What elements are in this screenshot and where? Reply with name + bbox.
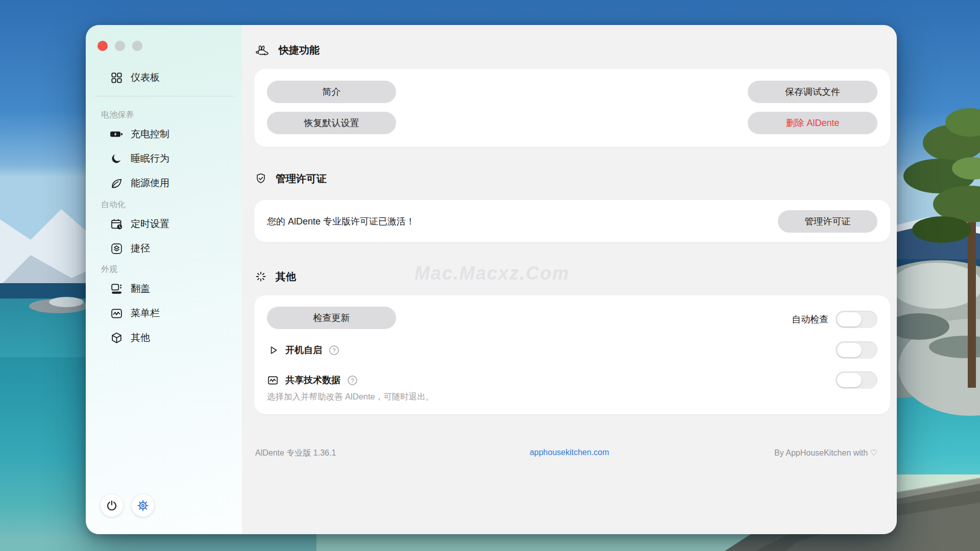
close-button[interactable] [97, 41, 108, 51]
calendar-clock-icon [110, 218, 123, 231]
share-data-label: 共享技术数据 [285, 374, 340, 386]
sidebar-divider [95, 96, 234, 96]
sidebar-item-label: 睡眠行为 [131, 152, 169, 165]
launch-at-login-label: 开机自启 [285, 344, 322, 356]
sidebar-item-schedule[interactable]: 定时设置 [86, 217, 242, 231]
sidebar-section-automation: 自动化 [86, 199, 242, 210]
cube-icon [110, 332, 123, 344]
save-debug-button[interactable]: 保存调试文件 [748, 81, 877, 103]
share-data-toggle[interactable] [836, 371, 877, 389]
activity-window-icon [110, 307, 123, 320]
sidebar-item-label: 翻盖 [131, 282, 150, 295]
sidebar-item-other[interactable]: 其他 [86, 331, 242, 345]
app-window: 仪表板 电池保养 充电控制 睡眠行为 [86, 25, 897, 534]
toggle-knob [837, 312, 862, 327]
sidebar-item-label: 定时设置 [131, 217, 169, 231]
sidebar: 仪表板 电池保养 充电控制 睡眠行为 [86, 25, 242, 534]
analytics-icon [267, 374, 279, 386]
sidebar-item-sleep-behavior[interactable]: 睡眠行为 [86, 152, 242, 166]
auto-check-label: 自动检查 [747, 314, 828, 325]
rabbit-icon [255, 43, 270, 57]
grid-icon [110, 71, 123, 84]
settings-button[interactable] [132, 494, 154, 517]
sidebar-section-appearance: 外观 [86, 264, 242, 274]
section-title: 其他 [276, 270, 296, 284]
license-status-text: 您的 AlDente 专业版许可证已激活！ [267, 215, 415, 228]
quit-button[interactable] [101, 494, 123, 517]
manage-license-button[interactable]: 管理许可证 [778, 210, 877, 233]
restore-defaults-button[interactable]: 恢复默认设置 [267, 112, 396, 134]
sidebar-item-shortcuts[interactable]: 捷径 [86, 241, 242, 256]
traffic-lights [86, 25, 242, 51]
sidebar-item-label: 充电控制 [131, 128, 169, 141]
help-icon[interactable]: ? [329, 345, 339, 356]
toggle-knob [837, 343, 862, 357]
delete-aldente-button[interactable]: 删除 AlDente [748, 112, 877, 134]
launch-at-login-row: 开机自启 ? [268, 344, 339, 356]
svg-text:?: ? [332, 347, 335, 353]
watermark: Mac.Macxz.Com [405, 263, 579, 284]
footer: AlDente 专业版 1.36.1 apphousekitchen.com B… [242, 448, 897, 459]
quick-functions-card: 简介 保存调试文件 恢复默认设置 删除 AlDente [254, 69, 890, 147]
sidebar-item-label: 菜单栏 [131, 307, 160, 320]
sidebar-item-label: 仪表板 [131, 71, 160, 84]
credit-text: By AppHouseKitchen with ♡ [774, 448, 877, 458]
desktop: 仪表板 电池保养 充电控制 睡眠行为 [0, 0, 980, 551]
section-header-quick-functions: 快捷功能 [255, 43, 320, 57]
share-data-row: 共享技术数据 ? [267, 374, 358, 386]
lid-icon [110, 283, 123, 295]
play-icon [268, 345, 279, 356]
battery-bolt-icon [110, 128, 123, 141]
gear-icon [136, 499, 150, 512]
toggle-knob [837, 373, 862, 387]
other-card: 检查更新 自动检查 开机自启 ? [254, 295, 890, 414]
minimize-button[interactable] [115, 41, 125, 51]
sidebar-item-energy-usage[interactable]: 能源使用 [86, 176, 242, 190]
main-content: 快捷功能 简介 保存调试文件 恢复默认设置 删除 AlDente [242, 25, 897, 534]
sidebar-item-dashboard[interactable]: 仪表板 [86, 71, 242, 84]
svg-text:?: ? [351, 377, 354, 383]
sidebar-item-lid[interactable]: 翻盖 [86, 282, 242, 296]
sidebar-item-label: 其他 [131, 331, 150, 344]
shortcuts-icon [110, 242, 123, 255]
spinner-icon [255, 270, 267, 283]
help-icon[interactable]: ? [347, 375, 358, 386]
power-icon [106, 499, 118, 512]
auto-check-toggle[interactable] [836, 311, 877, 328]
section-header-other: 其他 [255, 270, 296, 283]
share-data-description: 选择加入并帮助改善 AlDente，可随时退出。 [267, 391, 434, 403]
sidebar-item-label: 能源使用 [131, 177, 169, 190]
leaf-icon [110, 177, 123, 190]
shield-check-icon [255, 172, 267, 185]
section-header-license: 管理许可证 [255, 172, 327, 185]
sidebar-section-battery-care: 电池保养 [86, 110, 242, 120]
intro-button[interactable]: 简介 [267, 81, 396, 103]
zoom-button[interactable] [132, 41, 142, 51]
moon-icon [110, 153, 123, 165]
section-title: 快捷功能 [279, 43, 320, 57]
check-updates-button[interactable]: 检查更新 [267, 307, 396, 329]
license-card: 您的 AlDente 专业版许可证已激活！ 管理许可证 [254, 200, 890, 242]
section-title: 管理许可证 [276, 172, 327, 186]
sidebar-item-charge-control[interactable]: 充电控制 [86, 127, 242, 141]
sidebar-item-label: 捷径 [131, 242, 150, 255]
launch-at-login-toggle[interactable] [836, 341, 877, 359]
website-link[interactable]: apphousekitchen.com [530, 448, 609, 457]
sidebar-item-menubar[interactable]: 菜单栏 [86, 306, 242, 320]
